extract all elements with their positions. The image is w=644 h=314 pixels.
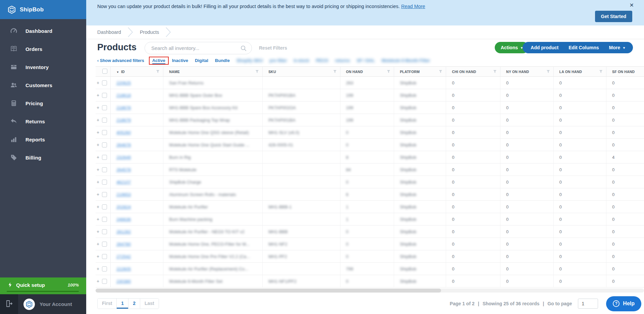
product-id-link[interactable]: 232649 (116, 155, 131, 160)
product-id-link[interactable]: 219653 (116, 192, 131, 197)
row-expander[interactable]: + (96, 266, 100, 271)
row-expander[interactable]: + (96, 92, 100, 98)
filter-tab-digital[interactable]: Digital (192, 57, 212, 65)
column-header-chi-on-hand[interactable]: CHI ON HAND (446, 67, 500, 77)
row-checkbox[interactable] (102, 142, 107, 147)
breadcrumb-item-dashboard[interactable]: Dashboard (97, 29, 121, 35)
filter-tab-peco[interactable]: PECO (313, 57, 332, 65)
read-more-link[interactable]: Read More (401, 4, 425, 9)
banner-close-icon[interactable]: ✕ (630, 2, 634, 8)
sidebar-item-orders[interactable]: Orders (0, 40, 86, 58)
row-checkbox[interactable] (102, 279, 107, 284)
product-id-link[interactable]: 264678 (116, 142, 131, 147)
filter-funnel-icon[interactable] (387, 70, 390, 74)
product-id-link[interactable]: 272542 (116, 254, 131, 259)
row-checkbox[interactable] (102, 204, 107, 209)
scrollbar-thumb[interactable] (96, 289, 441, 293)
product-id-link[interactable]: 218618 (116, 93, 131, 98)
filter-tab-molekule-6-month-filter[interactable]: Molekule 6 Month Filter (378, 57, 433, 65)
filter-funnel-icon[interactable] (599, 70, 603, 74)
row-expander[interactable]: + (96, 105, 100, 110)
row-expander[interactable]: + (96, 254, 100, 259)
get-started-button[interactable]: Get Started (595, 11, 632, 22)
sidebar-item-pricing[interactable]: Pricing (0, 94, 86, 112)
product-id-link[interactable]: 222605 (116, 266, 131, 271)
filter-tab-b-stock[interactable]: b-stock (290, 57, 313, 65)
row-expander[interactable]: + (96, 192, 100, 197)
filter-funnel-icon[interactable] (439, 70, 442, 74)
sidebar-item-returns[interactable]: Returns (0, 112, 86, 130)
filter-funnel-icon[interactable] (546, 70, 550, 74)
filter-tab-active[interactable]: Active (149, 57, 169, 65)
row-checkbox[interactable] (102, 180, 107, 185)
product-id-link[interactable]: 462107 (116, 180, 131, 185)
row-expander[interactable]: + (96, 154, 100, 160)
row-checkbox[interactable] (102, 118, 107, 123)
filter-tab-sf-dal[interactable]: SF / DAL (354, 57, 378, 65)
row-expander[interactable]: + (96, 204, 100, 209)
logout-button[interactable] (0, 294, 18, 314)
first-page-button[interactable]: First (98, 299, 117, 309)
column-header-la-on-hand[interactable]: LA ON HAND (553, 67, 606, 77)
product-id-link[interactable]: 218678 (116, 105, 131, 110)
show-advanced-filters-link[interactable]: ‹ Show advanced filters (95, 57, 147, 64)
add-product-button[interactable]: Add product (531, 45, 558, 50)
row-expander[interactable]: + (96, 167, 100, 172)
your-account-button[interactable]: Your Account (18, 294, 72, 314)
help-button[interactable]: ? Help (606, 296, 641, 311)
product-id-link[interactable]: 202824 (116, 204, 131, 209)
row-checkbox[interactable] (102, 242, 107, 247)
row-checkbox[interactable] (102, 254, 107, 259)
row-expander[interactable]: + (96, 278, 100, 284)
page-2-button[interactable]: 2 (128, 299, 140, 309)
goto-page-input[interactable] (578, 299, 598, 309)
column-header-sku[interactable]: SKU (263, 67, 340, 77)
quick-setup-bar[interactable]: Quick setup 100% (0, 277, 86, 294)
column-header-sf-on-hand[interactable]: SF ON HAND (606, 67, 644, 77)
product-id-link[interactable]: 264578 (116, 167, 131, 172)
column-header-name[interactable]: NAME (163, 67, 263, 77)
column-header-id[interactable]: ▼ID (110, 67, 163, 77)
filter-funnel-icon[interactable] (493, 70, 497, 74)
row-checkbox[interactable] (102, 93, 107, 98)
filter-tab-inactive[interactable]: Inactive (169, 57, 192, 65)
row-checkbox[interactable] (102, 155, 107, 160)
filter-funnel-icon[interactable] (255, 70, 259, 74)
filter-tab-shopify-sku[interactable]: Shopify SKU (233, 57, 266, 65)
product-id-link[interactable]: 218679 (116, 118, 131, 123)
row-checkbox[interactable] (102, 217, 107, 222)
row-checkbox[interactable] (102, 80, 107, 85)
product-id-link[interactable]: 281282 (116, 229, 131, 234)
sidebar-item-customers[interactable]: Customers (0, 76, 86, 94)
horizontal-scrollbar[interactable] (96, 289, 644, 293)
search-icon[interactable] (240, 45, 247, 52)
filter-tab-bundle[interactable]: Bundle (212, 57, 233, 65)
product-id-link[interactable]: 246636 (116, 217, 131, 222)
breadcrumb-item-products[interactable]: Products (140, 29, 159, 35)
column-header-platform[interactable]: PLATFORM (394, 67, 446, 77)
row-expander[interactable]: + (96, 80, 100, 85)
filter-funnel-icon[interactable] (156, 70, 160, 74)
last-page-button[interactable]: Last (140, 299, 159, 309)
search-input[interactable] (145, 45, 240, 51)
product-id-link[interactable]: 220625 (116, 80, 131, 85)
filter-tab-returns[interactable]: returns (332, 57, 354, 65)
row-checkbox[interactable] (102, 105, 107, 110)
sidebar-item-reports[interactable]: Reports (0, 130, 86, 148)
row-checkbox[interactable] (102, 192, 107, 197)
shipbob-brand[interactable]: ShipBob (0, 0, 86, 19)
filter-tab-pre-filter[interactable]: pre filter (266, 57, 290, 65)
more-button[interactable]: More▾ (609, 45, 625, 50)
filter-funnel-icon[interactable] (333, 70, 337, 74)
sidebar-item-billing[interactable]: Billing (0, 148, 86, 167)
row-expander[interactable]: + (96, 117, 100, 123)
row-expander[interactable]: + (96, 142, 100, 147)
sidebar-item-inventory[interactable]: Inventory (0, 58, 86, 76)
product-id-link[interactable]: 264780 (116, 242, 131, 247)
row-checkbox[interactable] (102, 229, 107, 234)
row-expander[interactable]: + (96, 216, 100, 222)
row-checkbox[interactable] (102, 266, 107, 271)
edit-columns-button[interactable]: Edit Columns (569, 45, 599, 50)
row-expander[interactable]: + (96, 130, 100, 135)
row-checkbox[interactable] (102, 167, 107, 172)
